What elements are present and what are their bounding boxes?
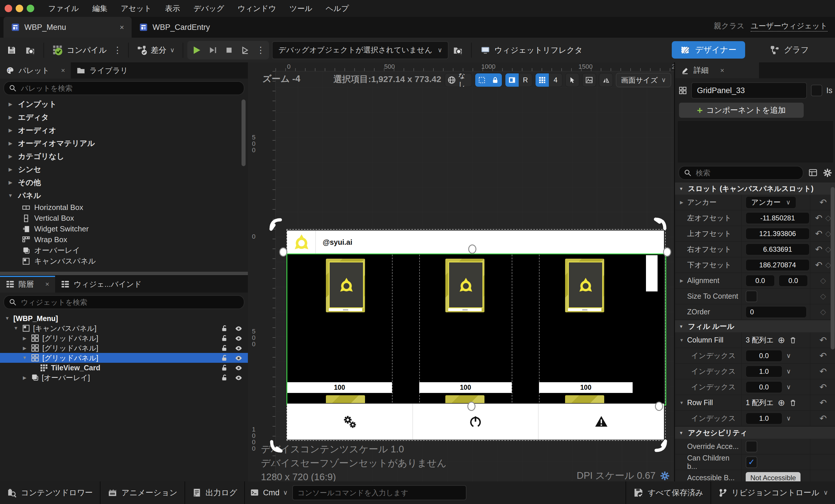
compile-button[interactable]: コンパイル	[48, 41, 111, 59]
cmd-dropdown[interactable]: Cmd ∨	[250, 488, 288, 497]
resize-handle[interactable]	[663, 247, 671, 257]
close-icon[interactable]: ×	[720, 66, 724, 75]
rotate-handle[interactable]	[653, 217, 668, 231]
hierarchy-node[interactable]: ▶ [オーバーレイ]	[0, 372, 248, 383]
chevron-down-icon[interactable]: ▼	[4, 316, 11, 321]
preview-background-button[interactable]	[583, 73, 596, 87]
settings-menu-cell[interactable]	[287, 404, 413, 440]
rotate-handle[interactable]	[269, 439, 283, 453]
palette-item[interactable]: Vertical Box	[0, 213, 248, 224]
chevron-down-icon[interactable]: ▼	[678, 338, 685, 342]
play-button[interactable]	[189, 43, 204, 58]
bind-diamond-icon[interactable]: ◇	[826, 260, 831, 269]
unlock-icon[interactable]	[221, 374, 228, 381]
property-dropdown[interactable]: Not Accessible	[746, 472, 800, 482]
menu-item[interactable]: ウィンドウ	[238, 3, 276, 14]
browse-debug-button[interactable]	[449, 41, 467, 59]
palette-category[interactable]: ▶ シンセ	[0, 163, 248, 176]
lock-selection-button[interactable]	[489, 73, 502, 87]
hierarchy-node[interactable]: ▼ [キャンバスパネル]	[0, 323, 248, 333]
tab-wbp-menu[interactable]: WBP_Menu ×	[3, 17, 131, 38]
menu-item[interactable]: デバッグ	[194, 3, 224, 14]
grid-snap-size-button[interactable]: 4	[549, 73, 562, 87]
widget-name-input[interactable]	[691, 82, 807, 99]
close-icon[interactable]: ×	[45, 280, 49, 288]
resize-handle[interactable]	[655, 402, 663, 411]
eye-icon[interactable]	[235, 344, 243, 352]
eye-icon[interactable]	[235, 334, 243, 342]
graph-mode-button[interactable]: グラフ	[770, 41, 809, 59]
hierarchy-search-input[interactable]	[20, 298, 239, 307]
details-section-header[interactable]: ▼ フィル ルール	[675, 320, 835, 332]
dpi-gear-icon[interactable]	[659, 471, 670, 481]
diff-button[interactable]: 差分 ∨	[133, 41, 179, 59]
flip-preview-button[interactable]	[599, 73, 613, 87]
menu-item[interactable]: ファイル	[48, 3, 79, 14]
number-input[interactable]: 6.633691	[746, 244, 810, 255]
tab-wbp-cardentry[interactable]: WBP_CardEntry	[131, 17, 218, 38]
tab-widget-bind[interactable]: ウィジェ...バインド	[55, 276, 147, 293]
unlock-icon[interactable]	[221, 364, 228, 371]
console-input[interactable]	[292, 485, 467, 500]
chevron-down-icon[interactable]: ∨	[786, 383, 791, 391]
save-button[interactable]	[2, 41, 21, 59]
number-input[interactable]: 0.0	[746, 275, 775, 286]
eye-icon[interactable]	[235, 324, 243, 332]
minimize-window-button[interactable]	[16, 5, 23, 12]
chevron-down-icon[interactable]: ▼	[21, 355, 28, 360]
chevron-down-icon[interactable]: ▼	[678, 400, 685, 405]
parent-class-link[interactable]: ユーザーウィジェット	[751, 21, 828, 32]
hierarchy-node[interactable]: ▼ [グリッドパネル]	[0, 353, 248, 363]
palette-category[interactable]: ▶ エディタ	[0, 111, 248, 124]
widget-reflector-button[interactable]: ウィジェットリフレクタ	[476, 41, 587, 59]
resize-handle[interactable]	[279, 247, 287, 257]
resize-handle[interactable]	[468, 244, 476, 254]
output-log-button[interactable]: 出力ログ	[185, 481, 244, 504]
tab-details[interactable]: 詳細 ×	[675, 62, 759, 78]
palette-category[interactable]: ▶ カテゴリなし	[0, 150, 248, 163]
close-window-button[interactable]	[5, 5, 12, 12]
play-options-icon[interactable]: ⋮	[254, 45, 267, 55]
anchor-dropdown[interactable]: アンカー∨	[746, 196, 796, 208]
number-input[interactable]: 121.393806	[746, 228, 810, 240]
unlock-icon[interactable]	[221, 354, 228, 362]
details-scrollbar[interactable]	[831, 187, 835, 349]
marquee-select-button[interactable]	[475, 73, 489, 87]
rotate-handle[interactable]	[653, 439, 668, 453]
grid-snap-button[interactable]	[535, 73, 549, 87]
frame-skip-button[interactable]	[205, 43, 220, 58]
number-input[interactable]: 186.270874	[746, 259, 810, 271]
bind-diamond-icon[interactable]: ◇	[820, 292, 826, 301]
palette-scrollbar[interactable]	[242, 99, 246, 166]
palette-item[interactable]: Horizontal Box	[0, 202, 248, 213]
chevron-right-icon[interactable]: ▶	[21, 336, 28, 341]
number-input[interactable]: 0.0	[746, 381, 782, 393]
settings-gear-icon[interactable]	[822, 168, 832, 178]
trash-icon[interactable]	[789, 399, 797, 407]
palette-item[interactable]: Widget Switcher	[0, 224, 248, 234]
rotate-handle[interactable]	[269, 217, 283, 231]
debug-object-dropdown[interactable]: デバッグオブジェクトが選択されていません ∨	[272, 41, 449, 59]
content-drawer-button[interactable]: コンテンツドロワー	[0, 481, 100, 504]
palette-partial-row[interactable]	[0, 272, 248, 275]
chevron-down-icon[interactable]: ▼	[13, 326, 19, 331]
unlock-icon[interactable]	[221, 334, 228, 342]
stop-button[interactable]	[222, 43, 237, 58]
unlock-icon[interactable]	[221, 324, 228, 332]
design-bottom-menu[interactable]	[287, 404, 664, 440]
hierarchy-node[interactable]: TileView_Card	[0, 363, 248, 372]
tab-palette[interactable]: パレット ×	[0, 62, 71, 79]
animation-button[interactable]: アニメーション	[101, 481, 184, 504]
chevron-right-icon[interactable]: ▶	[21, 345, 28, 351]
details-search-input[interactable]	[695, 168, 798, 178]
compile-options-icon[interactable]: ⋮	[111, 45, 124, 55]
palette-item[interactable]: オーバーレイ	[0, 245, 248, 256]
bind-diamond-icon[interactable]: ◇	[826, 229, 831, 238]
palette-category[interactable]: ▶ その他	[0, 176, 248, 189]
add-component-button[interactable]: + コンポーネントを追加	[679, 103, 804, 118]
warning-menu-cell[interactable]	[538, 404, 664, 440]
bind-diamond-icon[interactable]: ◇	[820, 276, 826, 285]
outline-toggle-button[interactable]	[505, 73, 519, 87]
number-input[interactable]: -11.850281	[746, 212, 810, 224]
eye-icon[interactable]	[235, 374, 243, 381]
